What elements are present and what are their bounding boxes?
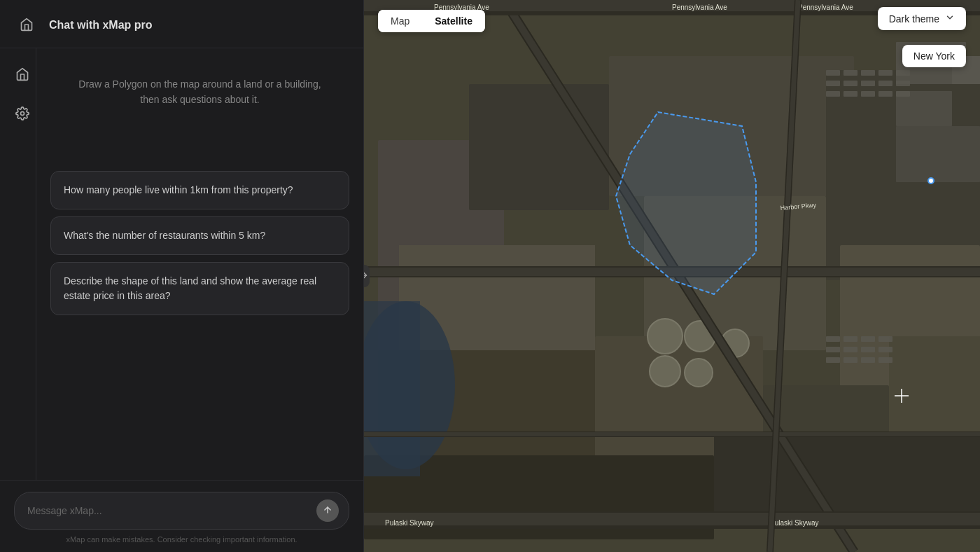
chat-input-area: xMap can make mistakes. Consider checkin… xyxy=(0,480,363,552)
svg-rect-18 xyxy=(714,434,980,518)
settings-nav-button[interactable] xyxy=(10,102,35,127)
location-text: New York xyxy=(913,50,955,62)
svg-rect-31 xyxy=(844,81,858,86)
disclaimer: xMap can make mistakes. Consider checkin… xyxy=(14,535,349,544)
sidebar-nav xyxy=(14,13,39,38)
svg-rect-51 xyxy=(878,357,892,363)
svg-text:Pulaski Skyway: Pulaski Skyway xyxy=(770,519,818,527)
svg-rect-27 xyxy=(861,70,875,76)
svg-text:Pennsylvania Ave: Pennsylvania Ave xyxy=(672,4,727,11)
svg-rect-48 xyxy=(826,357,840,363)
svg-rect-35 xyxy=(826,91,840,97)
send-icon xyxy=(323,505,332,517)
theme-label: Dark theme xyxy=(889,13,939,25)
suggestion-card-1[interactable]: How many people live within 1km from thi… xyxy=(50,171,349,209)
svg-rect-28 xyxy=(878,70,892,76)
svg-rect-45 xyxy=(844,347,858,352)
svg-rect-24 xyxy=(896,126,980,182)
satellite-map: Pennsylvania Ave Pennsylvania Ave Pennsy… xyxy=(364,0,980,552)
map-tab-satellite[interactable]: Satellite xyxy=(422,10,485,32)
svg-rect-36 xyxy=(844,91,858,97)
svg-point-52 xyxy=(648,319,682,354)
map-tabs: Map Satellite xyxy=(378,10,485,32)
svg-rect-30 xyxy=(826,81,840,86)
svg-rect-43 xyxy=(878,336,892,342)
svg-rect-47 xyxy=(878,347,892,352)
app-title: Chat with xMap pro xyxy=(49,19,153,32)
sidebar-header: Chat with xMap pro xyxy=(0,0,363,48)
svg-rect-40 xyxy=(826,336,840,342)
settings-nav-icon xyxy=(15,106,29,123)
suggestion-cards: How many people live within 1km from thi… xyxy=(50,171,349,315)
svg-point-0 xyxy=(21,111,24,115)
suggestion-card-2[interactable]: What's the number of restaurants within … xyxy=(50,216,349,255)
map-tab-map[interactable]: Map xyxy=(378,10,422,32)
svg-rect-41 xyxy=(844,336,858,342)
svg-text:Pennsylvania Ave: Pennsylvania Ave xyxy=(798,4,853,11)
svg-rect-32 xyxy=(861,81,875,86)
svg-point-56 xyxy=(685,359,713,387)
home-icon xyxy=(20,18,34,34)
location-badge: New York xyxy=(902,45,966,67)
resize-handle[interactable] xyxy=(364,265,370,287)
chat-content: Draw a Polygon on the map around a land … xyxy=(36,48,363,480)
svg-rect-8 xyxy=(469,84,609,210)
home-button[interactable] xyxy=(14,13,39,38)
svg-rect-38 xyxy=(878,91,892,97)
svg-rect-46 xyxy=(861,347,875,352)
chevron-down-icon xyxy=(945,13,955,25)
intro-text: Draw a Polygon on the map around a land … xyxy=(74,76,326,108)
home-nav-icon xyxy=(15,67,29,83)
svg-point-74 xyxy=(928,178,934,184)
svg-rect-33 xyxy=(878,81,892,86)
sidebar: Chat with xMap pro xyxy=(0,0,364,552)
chat-input-wrapper xyxy=(14,492,349,530)
map-area[interactable]: Pennsylvania Ave Pennsylvania Ave Pennsy… xyxy=(364,0,980,552)
svg-point-55 xyxy=(650,356,680,387)
svg-rect-20 xyxy=(364,301,420,476)
svg-rect-44 xyxy=(826,347,840,352)
svg-rect-34 xyxy=(896,81,910,86)
svg-rect-37 xyxy=(861,91,875,97)
svg-rect-39 xyxy=(896,91,910,97)
message-input[interactable] xyxy=(27,505,309,516)
resize-icon xyxy=(364,271,368,281)
svg-rect-42 xyxy=(861,336,875,342)
svg-text:Pulaski Skyway: Pulaski Skyway xyxy=(385,519,433,527)
home-nav-button[interactable] xyxy=(10,62,35,88)
svg-rect-50 xyxy=(861,357,875,363)
theme-dropdown[interactable]: Dark theme xyxy=(878,7,966,30)
suggestion-card-3[interactable]: Describe the shape of this land and show… xyxy=(50,262,349,315)
svg-rect-26 xyxy=(844,70,858,76)
svg-rect-29 xyxy=(896,70,910,76)
svg-rect-64 xyxy=(364,513,980,525)
svg-rect-49 xyxy=(844,357,858,363)
svg-rect-25 xyxy=(826,70,840,76)
send-button[interactable] xyxy=(316,499,339,522)
